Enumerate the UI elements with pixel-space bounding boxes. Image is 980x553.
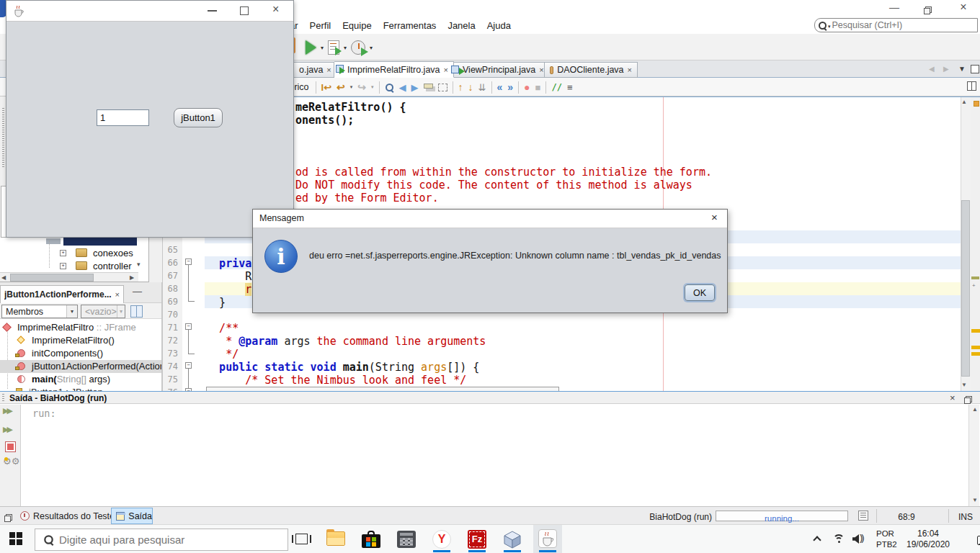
profile-button-icon[interactable] bbox=[351, 40, 365, 55]
navigator-item-selected[interactable]: jButton1ActionPerformed(ActionE bbox=[0, 360, 162, 373]
next-occurrence-icon[interactable]: ▶ bbox=[411, 82, 419, 93]
fold-collapse-icon[interactable]: − bbox=[185, 323, 192, 330]
output-close-icon[interactable]: × bbox=[950, 392, 956, 403]
tab-imprimerelatfiltro[interactable]: ImprimeRelatFiltro.java × bbox=[334, 61, 454, 78]
navigator-tab[interactable]: jButton1ActionPerforme... × bbox=[0, 285, 124, 303]
move-up-icon[interactable]: ↑ bbox=[458, 81, 463, 93]
comment-icon[interactable]: // bbox=[551, 82, 561, 92]
tab-close-icon[interactable]: × bbox=[444, 66, 448, 74]
yandex-browser-icon[interactable]: Y bbox=[432, 530, 451, 549]
output-scrollbar[interactable]: ▲ ▼ bbox=[968, 405, 979, 506]
fold-collapse-icon[interactable]: − bbox=[185, 362, 192, 369]
java-window-title-bar[interactable]: × bbox=[6, 1, 293, 22]
search-dropdown-icon[interactable]: ▾ bbox=[828, 24, 831, 30]
debug-dropdown-icon[interactable]: ▾ bbox=[344, 45, 347, 51]
navigator-item-class[interactable]: ImprimeRelatFiltro :: JFrame bbox=[0, 321, 162, 334]
back-icon[interactable]: ↩ bbox=[337, 81, 345, 93]
run-button-icon[interactable] bbox=[306, 40, 316, 55]
warning-stripe-mark[interactable] bbox=[971, 329, 980, 333]
tab-viewprincipal[interactable]: ViewPrincipal.java × bbox=[454, 62, 545, 78]
duplicate-down-icon[interactable]: ⇊ bbox=[478, 82, 486, 93]
uncomment-icon[interactable]: ≡ bbox=[567, 82, 573, 93]
debug-button-icon[interactable] bbox=[328, 40, 339, 55]
stop-build-icon[interactable] bbox=[5, 441, 16, 452]
projects-panel[interactable]: + conexoes + controller ▾ ◀ ▶ bbox=[0, 238, 149, 282]
console-text[interactable]: run: bbox=[32, 408, 56, 419]
language-indicator[interactable]: POR PTB2 bbox=[876, 529, 904, 550]
menu-item-ajuda[interactable]: Ajuda bbox=[487, 20, 511, 31]
tab-close-icon[interactable]: × bbox=[539, 66, 543, 74]
stop-macro-icon[interactable]: ■ bbox=[535, 82, 541, 93]
java-textfield[interactable] bbox=[97, 109, 149, 126]
tab-maximize-icon[interactable] bbox=[971, 65, 979, 73]
clock-indicator[interactable]: 16:04 19/06/2020 bbox=[902, 529, 954, 550]
expand-icon[interactable]: + bbox=[60, 250, 66, 256]
expand-icon[interactable]: + bbox=[60, 263, 66, 269]
search-icon[interactable] bbox=[818, 21, 827, 30]
file-explorer-icon[interactable] bbox=[326, 531, 345, 546]
navigator-item-main[interactable]: main(String[] args) bbox=[0, 373, 162, 386]
output-float-icon[interactable] bbox=[964, 396, 972, 404]
jbutton1-button[interactable]: jButton1 bbox=[174, 108, 223, 127]
selected-tree-item-partial[interactable] bbox=[63, 238, 137, 246]
wifi-icon[interactable] bbox=[832, 533, 847, 544]
java-app-window[interactable]: × jButton1 bbox=[6, 0, 294, 238]
profile-dropdown-icon[interactable]: ▾ bbox=[370, 45, 373, 51]
tab-daocliente[interactable]: DAOCliente.java × bbox=[545, 62, 638, 78]
rectangular-selection-icon[interactable] bbox=[438, 84, 447, 91]
message-dialog[interactable]: Mensagem × i deu erro =net.sf.jasperrepo… bbox=[252, 209, 728, 313]
java-window-maximize-icon[interactable] bbox=[240, 6, 249, 15]
dialog-title-bar[interactable]: Mensagem × bbox=[253, 210, 727, 228]
menu-item-janela[interactable]: Janela bbox=[447, 20, 475, 31]
fold-collapse-icon[interactable]: − bbox=[185, 258, 192, 265]
ide-search-box[interactable]: ▾ bbox=[814, 18, 978, 32]
tree-item-conexoes[interactable]: conexoes bbox=[93, 248, 133, 258]
navigator-tab-close-icon[interactable]: × bbox=[115, 290, 120, 299]
navigator-item-initcomponents[interactable]: initComponents() bbox=[0, 347, 162, 360]
tab-test-results[interactable]: Resultados do Teste bbox=[33, 511, 115, 521]
back-dropdown-icon[interactable]: ▾ bbox=[350, 84, 353, 90]
navigator-panel[interactable]: jButton1ActionPerforme... × — Membros ▾ … bbox=[0, 282, 162, 391]
tab-list-dropdown-icon[interactable]: ▼ bbox=[958, 65, 966, 73]
drag-grip-icon[interactable] bbox=[2, 394, 4, 403]
filezilla-icon[interactable]: Fz bbox=[468, 530, 486, 549]
tree-scroll-down-icon[interactable]: ▾ bbox=[137, 261, 141, 268]
scrollbar-down-icon[interactable]: ▼ bbox=[961, 382, 967, 388]
last-edit-icon[interactable]: I↩ bbox=[321, 82, 332, 93]
tree-hscrollbar[interactable]: ◀ ▶ bbox=[0, 272, 138, 282]
tree-item-controller[interactable]: controller bbox=[93, 261, 131, 271]
error-stripe-mark[interactable] bbox=[971, 276, 979, 279]
shift-right-icon[interactable]: » bbox=[507, 81, 513, 93]
rerun-icon[interactable]: ▶▶ bbox=[3, 406, 11, 415]
java-window-minimize-icon[interactable] bbox=[208, 10, 217, 12]
virtualbox-cube-icon[interactable] bbox=[503, 530, 522, 549]
microsoft-store-icon[interactable] bbox=[362, 531, 380, 548]
tab-scroll-right-icon[interactable]: ▶ bbox=[943, 65, 949, 73]
scrollbar-thumb[interactable] bbox=[961, 200, 970, 377]
navigator-item-field[interactable]: jButton1 : JButton bbox=[0, 386, 162, 391]
scrollbar-up-icon[interactable]: ▲ bbox=[961, 99, 967, 105]
status-progress-bar[interactable]: running... bbox=[716, 511, 848, 521]
navigator-item-constructor[interactable]: ImprimeRelatFiltro() bbox=[0, 334, 162, 347]
warning-stripe-mark[interactable] bbox=[971, 346, 980, 349]
bookmark-icon[interactable]: ● bbox=[524, 81, 530, 93]
previous-occurrence-icon[interactable]: ◀ bbox=[399, 82, 406, 93]
tab-close-icon[interactable]: × bbox=[326, 66, 331, 74]
hscroll-right-icon[interactable]: ▶ bbox=[130, 274, 134, 281]
ide-minimize-button[interactable]: — bbox=[887, 1, 901, 16]
task-view-icon[interactable] bbox=[295, 534, 308, 544]
menu-item-perfil[interactable]: Perfil bbox=[310, 20, 331, 31]
action-center-icon[interactable] bbox=[977, 536, 980, 545]
calculator-icon[interactable] bbox=[397, 531, 416, 548]
tray-expand-icon[interactable] bbox=[813, 536, 821, 544]
output-panel[interactable]: Saída - BiaHotDog (run) × ▶▶ ▶▶ ⚙⚙ run: … bbox=[0, 391, 980, 506]
forward-dropdown-icon[interactable]: ▾ bbox=[371, 84, 374, 90]
menu-item-ferramentas[interactable]: Ferramentas bbox=[383, 20, 437, 31]
split-editor-icon[interactable] bbox=[967, 81, 976, 91]
speaker-waves-icon[interactable]: )) bbox=[860, 532, 863, 543]
menu-item-equipe[interactable]: Equipe bbox=[342, 20, 371, 31]
warning-stripe-mark[interactable] bbox=[971, 352, 980, 356]
error-stripe-summary-icon[interactable] bbox=[974, 101, 979, 107]
taskbar-search-box[interactable] bbox=[35, 529, 288, 551]
combo-arrow-icon[interactable]: ▾ bbox=[66, 305, 77, 318]
